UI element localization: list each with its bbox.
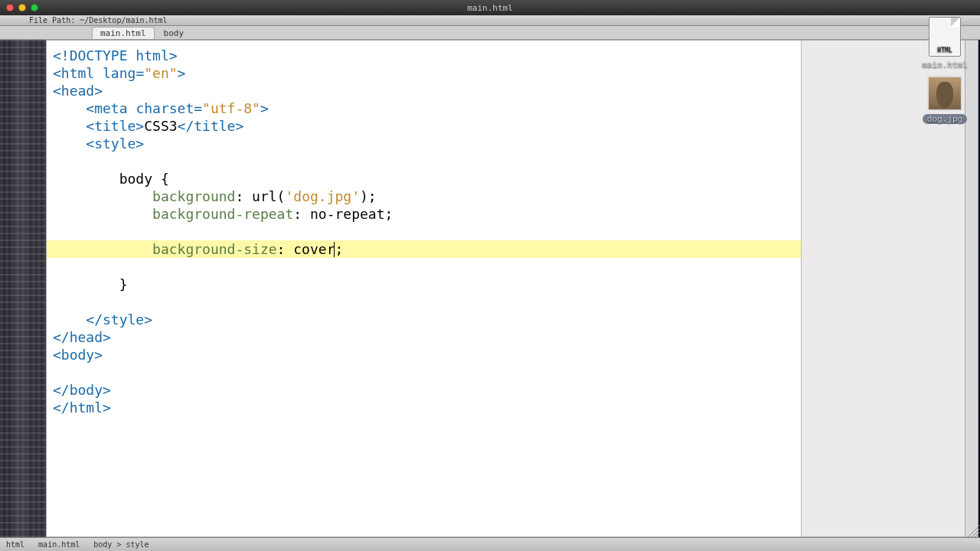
code-token [53, 188, 152, 204]
zoom-icon[interactable] [31, 4, 38, 11]
code-token: </title> [178, 118, 244, 134]
code-token: 'dog.jpg' [285, 188, 360, 204]
close-icon[interactable] [6, 4, 14, 11]
highlighted-line: background-size: cover; [47, 240, 801, 258]
file-path-label: File Path: ~/Desktop/main.html [29, 16, 168, 24]
code-token: <head> [53, 83, 103, 99]
code-token: lang= [103, 65, 144, 81]
code-token: ; [335, 241, 343, 257]
code-token: > [260, 100, 269, 116]
resize-grip-icon[interactable] [966, 523, 980, 537]
code-token: </html> [53, 399, 111, 416]
code-area[interactable]: <!DOCTYPE html> <html lang="en"> <head> … [47, 41, 801, 536]
code-token: <body> [53, 347, 103, 363]
tab-bar: main.html body [0, 26, 980, 40]
editor-main: <!DOCTYPE html> <html lang="en"> <head> … [0, 40, 980, 537]
file-label[interactable]: dog.jpg [923, 114, 967, 124]
status-right: body > style [93, 540, 149, 549]
code-token: : cover [277, 241, 335, 257]
status-bar: html main.html body > style [0, 537, 980, 551]
breadcrumb[interactable]: body [158, 28, 191, 39]
tab-label: main.html [100, 28, 146, 38]
code-token: charset= [136, 100, 202, 116]
file-icon-image[interactable] [927, 76, 962, 111]
code-token [53, 241, 152, 257]
window-title: main.html [0, 3, 980, 13]
blank-line [47, 153, 53, 169]
tab-main-html[interactable]: main.html [92, 27, 155, 39]
code-token: <title> [53, 118, 144, 134]
file-icon-html[interactable]: HTML [929, 17, 961, 57]
file-label[interactable]: main.html [922, 60, 968, 70]
blank-line [47, 364, 53, 380]
folding-gutter[interactable] [0, 40, 46, 537]
file-icon-badge: HTML [937, 47, 952, 54]
minimize-icon[interactable] [18, 4, 26, 11]
editor-toolbar: File Path: ~/Desktop/main.html [0, 15, 980, 26]
status-left: html [6, 540, 24, 549]
code-token: } [53, 276, 128, 292]
code-token: background-size [152, 241, 277, 257]
code-token: background-repeat [152, 206, 293, 222]
code-token: CSS3 [144, 118, 177, 134]
code-token: background [152, 188, 235, 204]
code-token: <!DOCTYPE html> [53, 47, 178, 64]
code-token: : no-repeat; [293, 206, 393, 222]
code-token: ); [360, 188, 377, 204]
breadcrumb-label: body [164, 28, 185, 38]
code-token: > [178, 65, 186, 81]
desktop-icons: HTML main.html dog.jpg [914, 17, 975, 124]
code-token: "utf-8" [202, 100, 260, 116]
code-token [53, 206, 152, 222]
status-mid: main.html [38, 540, 80, 549]
code-token: "en" [144, 65, 177, 81]
code-token: <html [53, 65, 103, 81]
code-token: </body> [53, 382, 111, 398]
blank-line [47, 294, 53, 310]
code-token: : url( [235, 188, 285, 204]
window-titlebar[interactable]: main.html [0, 0, 980, 15]
code-token: body { [53, 171, 169, 187]
blank-line [47, 223, 53, 240]
code-token: </style> [53, 311, 152, 328]
code-token: <style> [53, 135, 144, 152]
editor-frame: <!DOCTYPE html> <html lang="en"> <head> … [46, 40, 978, 537]
code-token: <meta [53, 100, 136, 116]
code-token: </head> [53, 329, 111, 345]
